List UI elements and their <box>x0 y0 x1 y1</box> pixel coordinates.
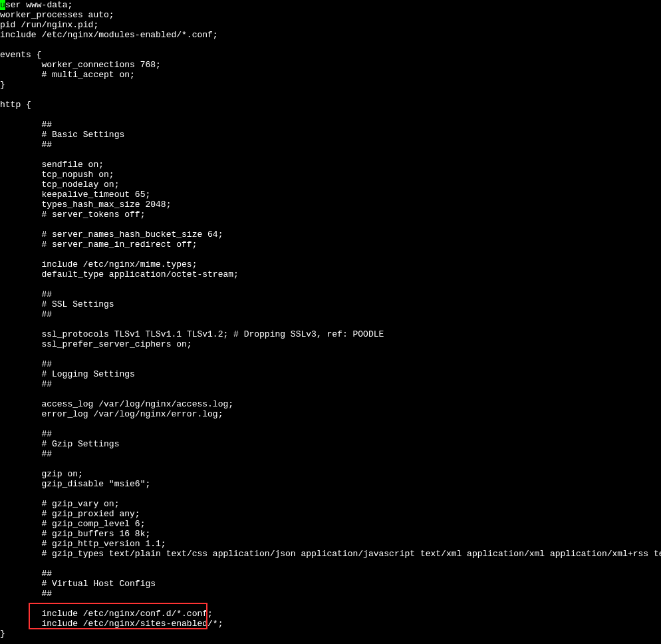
code-line: worker_connections 768; <box>0 60 661 70</box>
code-line: } <box>0 629 661 639</box>
code-line: include /etc/nginx/mime.types; <box>0 259 661 269</box>
code-line: # gzip_vary on; <box>0 499 661 509</box>
code-line: # gzip_comp_level 6; <box>0 519 661 529</box>
code-line <box>0 220 661 230</box>
code-line: ## <box>0 589 661 599</box>
code-line: # Basic Settings <box>0 130 661 140</box>
code-line <box>0 150 661 160</box>
code-line: pid /run/nginx.pid; <box>0 20 661 30</box>
code-line: include /etc/nginx/modules-enabled/*.con… <box>0 30 661 40</box>
code-line: include /etc/nginx/sites-enabled/*; <box>0 619 661 629</box>
code-line: ## <box>0 359 661 369</box>
code-line: keepalive_timeout 65; <box>0 190 661 200</box>
code-line: # gzip_proxied any; <box>0 509 661 519</box>
code-line: include /etc/nginx/conf.d/*.conf; <box>0 609 661 619</box>
code-line: access_log /var/log/nginx/access.log; <box>0 399 661 409</box>
code-line: # multi_accept on; <box>0 70 661 80</box>
text-editor-view[interactable]: user www-data;worker_processes auto;pid … <box>0 0 661 639</box>
code-line: http { <box>0 100 661 110</box>
code-line: tcp_nopush on; <box>0 170 661 180</box>
code-line: events { <box>0 50 661 60</box>
code-line <box>0 319 661 329</box>
code-line: error_log /var/log/nginx/error.log; <box>0 409 661 419</box>
code-line: gzip_disable "msie6"; <box>0 479 661 489</box>
code-line: ## <box>0 449 661 459</box>
code-line <box>0 419 661 429</box>
code-line <box>0 279 661 289</box>
code-line <box>0 349 661 359</box>
code-line <box>0 599 661 609</box>
code-line <box>0 40 661 50</box>
code-line <box>0 559 661 569</box>
code-line: worker_processes auto; <box>0 10 661 20</box>
code-line <box>0 459 661 469</box>
code-line: ssl_protocols TLSv1 TLSv1.1 TLSv1.2; # D… <box>0 329 661 339</box>
code-line: ssl_prefer_server_ciphers on; <box>0 339 661 349</box>
code-line: # server_name_in_redirect off; <box>0 240 661 249</box>
code-line: # SSL Settings <box>0 299 661 309</box>
code-line <box>0 249 661 259</box>
editor-cursor: u <box>0 0 5 10</box>
code-line: types_hash_max_size 2048; <box>0 200 661 210</box>
code-line: # gzip_types text/plain text/css applica… <box>0 549 661 559</box>
code-line <box>0 110 661 120</box>
code-line: default_type application/octet-stream; <box>0 269 661 279</box>
code-line: ## <box>0 289 661 299</box>
code-line: # gzip_http_version 1.1; <box>0 539 661 549</box>
code-line: # Logging Settings <box>0 369 661 379</box>
code-line: tcp_nodelay on; <box>0 180 661 190</box>
code-line <box>0 389 661 399</box>
code-line: ## <box>0 309 661 319</box>
code-line: # server_names_hash_bucket_size 64; <box>0 230 661 240</box>
code-line: # gzip_buffers 16 8k; <box>0 529 661 539</box>
code-line: gzip on; <box>0 469 661 479</box>
code-line: # server_tokens off; <box>0 210 661 220</box>
code-line: # Gzip Settings <box>0 439 661 449</box>
code-line: ## <box>0 379 661 389</box>
code-line <box>0 489 661 499</box>
code-line: ## <box>0 140 661 150</box>
code-line: ## <box>0 120 661 130</box>
code-line: user www-data; <box>0 0 661 10</box>
code-line <box>0 90 661 100</box>
code-line: } <box>0 80 661 90</box>
code-line: sendfile on; <box>0 160 661 170</box>
code-line: ## <box>0 429 661 439</box>
code-line: ## <box>0 569 661 579</box>
code-line: # Virtual Host Configs <box>0 579 661 589</box>
